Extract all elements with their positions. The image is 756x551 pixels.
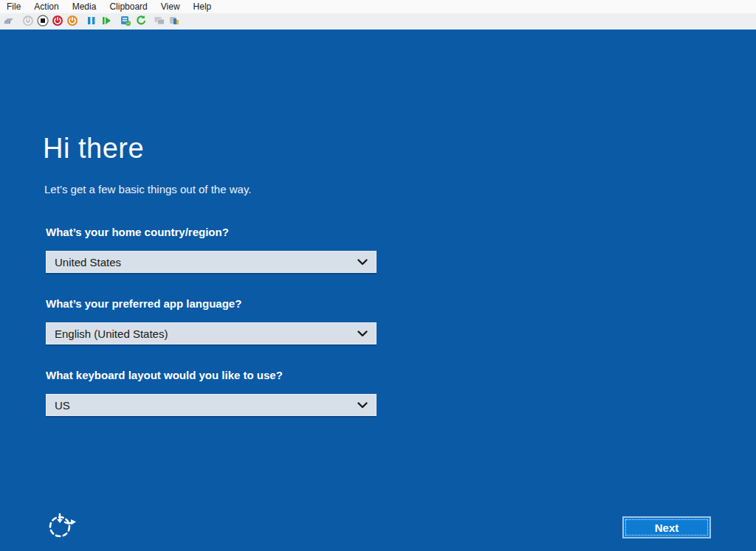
menu-item-clipboard[interactable]: Clipboard xyxy=(103,1,154,13)
reset-icon xyxy=(101,15,111,26)
app-language-label: What’s your preferred app language? xyxy=(46,297,241,310)
page-subtitle: Let’s get a few basic things out of the … xyxy=(44,183,251,195)
checkpoint-button[interactable] xyxy=(118,14,133,27)
chevron-down-icon xyxy=(357,330,368,337)
reset-button[interactable] xyxy=(99,14,114,27)
turn-off-button[interactable] xyxy=(35,14,50,27)
next-button-label: Next xyxy=(655,521,679,534)
menu-item-help[interactable]: Help xyxy=(187,1,219,13)
share-icon xyxy=(168,15,180,27)
start-icon xyxy=(22,15,34,27)
revert-icon xyxy=(135,15,146,26)
chevron-down-icon xyxy=(357,402,368,409)
toolbar xyxy=(0,13,756,27)
next-button[interactable]: Next xyxy=(622,516,711,538)
save-button[interactable] xyxy=(65,14,80,27)
vm-display: Hi there Let’s get a few basic things ou… xyxy=(0,30,756,551)
pause-button[interactable] xyxy=(84,14,99,27)
chevron-down-icon xyxy=(357,259,368,266)
menu-item-file[interactable]: File xyxy=(0,1,27,13)
enhanced-session-button xyxy=(152,14,167,27)
vmconnect-window: File Action Media Clipboard View Help xyxy=(0,0,756,551)
country-region-select[interactable]: United States xyxy=(46,251,377,273)
menu-item-action[interactable]: Action xyxy=(27,1,65,13)
ease-of-access-icon xyxy=(47,510,78,542)
share-button[interactable] xyxy=(167,14,182,27)
keyboard-layout-value: US xyxy=(55,399,70,412)
ctrl-alt-del-button[interactable] xyxy=(1,14,16,27)
enhanced-session-icon xyxy=(154,15,165,27)
app-language-select[interactable]: English (United States) xyxy=(46,322,377,344)
keyboard-layout-label: What keyboard layout would you like to u… xyxy=(46,369,283,381)
revert-button[interactable] xyxy=(133,14,148,27)
save-icon xyxy=(66,15,78,27)
app-language-value: English (United States) xyxy=(55,328,168,340)
ctrl-alt-del-icon xyxy=(3,15,15,27)
country-region-label: What’s your home country/region? xyxy=(46,226,229,238)
country-region-value: United States xyxy=(55,256,121,268)
checkpoint-icon xyxy=(120,15,131,27)
menu-item-view[interactable]: View xyxy=(154,1,187,13)
ease-of-access-button[interactable] xyxy=(46,509,78,543)
keyboard-layout-select[interactable]: US xyxy=(46,394,377,416)
menu-bar: File Action Media Clipboard View Help xyxy=(0,0,756,13)
menu-item-media[interactable]: Media xyxy=(66,1,103,13)
start-button xyxy=(21,14,35,27)
turn-off-icon xyxy=(37,15,49,27)
pause-icon xyxy=(86,15,97,26)
shut-down-icon xyxy=(52,15,63,27)
page-title: Hi there xyxy=(43,133,144,164)
shut-down-button[interactable] xyxy=(50,14,65,27)
